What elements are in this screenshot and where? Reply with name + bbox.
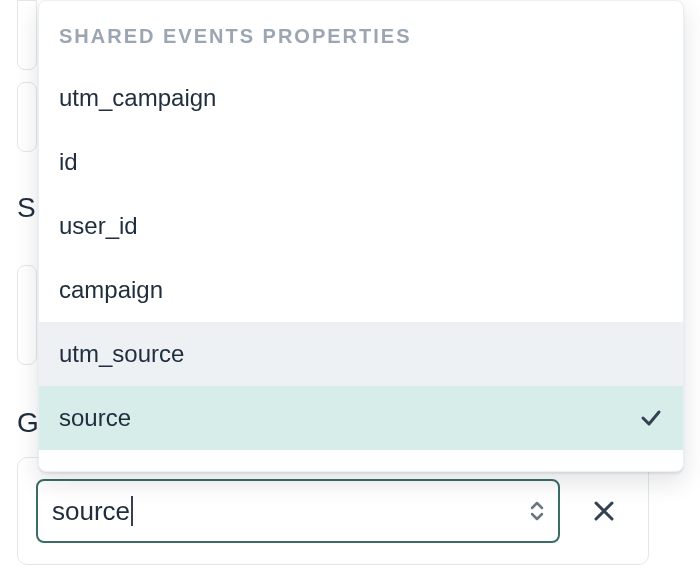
dropdown-option[interactable]: utm_source: [39, 322, 683, 386]
dropdown-option[interactable]: user_id: [39, 194, 683, 258]
clear-button[interactable]: [582, 489, 626, 533]
dropdown-option-label: campaign: [59, 276, 163, 304]
property-combobox[interactable]: source: [36, 479, 560, 543]
dropdown-option-label: utm_campaign: [59, 84, 216, 112]
text-caret: [131, 496, 133, 526]
bg-section-label: S: [17, 192, 36, 224]
dropdown-option[interactable]: id: [39, 130, 683, 194]
dropdown-option-label: id: [59, 148, 78, 176]
dropdown-option-label: utm_source: [59, 340, 184, 368]
dropdown-option[interactable]: utm_campaign: [39, 66, 683, 130]
bg-section-label: G: [17, 407, 39, 439]
combobox-value: source: [52, 496, 130, 526]
chevrons-up-down-icon[interactable]: [528, 501, 546, 521]
group-by-card: source: [17, 457, 649, 565]
dropdown-option-label: user_id: [59, 212, 138, 240]
property-dropdown[interactable]: Shared Events Properties utm_campaign id…: [38, 0, 684, 472]
dropdown-option[interactable]: campaign: [39, 258, 683, 322]
check-icon: [639, 406, 663, 430]
dropdown-option-label: source: [59, 404, 131, 432]
dropdown-section-header: Shared Events Properties: [39, 7, 683, 66]
dropdown-option[interactable]: source: [39, 386, 683, 450]
close-icon: [591, 498, 617, 524]
